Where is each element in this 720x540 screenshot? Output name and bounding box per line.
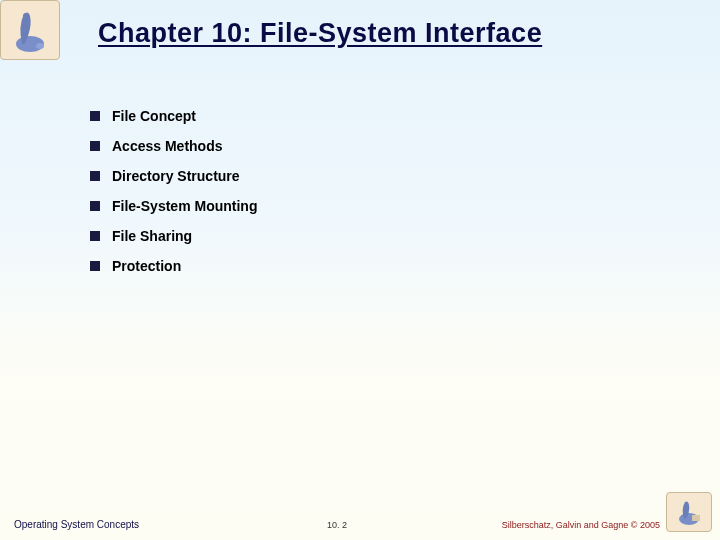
footer-page-number: 10. 2	[327, 520, 347, 530]
list-item-label: File Sharing	[112, 228, 192, 244]
list-item: Protection	[90, 258, 257, 274]
svg-point-1	[23, 13, 29, 19]
square-bullet-icon	[90, 141, 100, 151]
corner-art-top-left	[0, 0, 60, 60]
bullet-list: File Concept Access Methods Directory St…	[90, 108, 257, 288]
corner-art-bottom-right	[666, 492, 712, 532]
dinosaur-icon	[10, 6, 50, 54]
list-item: File Concept	[90, 108, 257, 124]
list-item: File-System Mounting	[90, 198, 257, 214]
square-bullet-icon	[90, 171, 100, 181]
footer-copyright: Silberschatz, Galvin and Gagne © 2005	[502, 520, 660, 530]
svg-rect-4	[692, 515, 700, 521]
square-bullet-icon	[90, 201, 100, 211]
dinosaur-icon	[674, 497, 704, 527]
slide-footer: Operating System Concepts 10. 2 Silbersc…	[14, 519, 660, 530]
list-item: Directory Structure	[90, 168, 257, 184]
list-item-label: Access Methods	[112, 138, 222, 154]
square-bullet-icon	[90, 261, 100, 271]
footer-book-title: Operating System Concepts	[14, 519, 139, 530]
svg-point-2	[36, 43, 44, 49]
list-item: Access Methods	[90, 138, 257, 154]
list-item-label: File-System Mounting	[112, 198, 257, 214]
list-item: File Sharing	[90, 228, 257, 244]
slide-title: Chapter 10: File-System Interface	[98, 18, 690, 49]
list-item-label: File Concept	[112, 108, 196, 124]
square-bullet-icon	[90, 111, 100, 121]
square-bullet-icon	[90, 231, 100, 241]
list-item-label: Directory Structure	[112, 168, 240, 184]
list-item-label: Protection	[112, 258, 181, 274]
